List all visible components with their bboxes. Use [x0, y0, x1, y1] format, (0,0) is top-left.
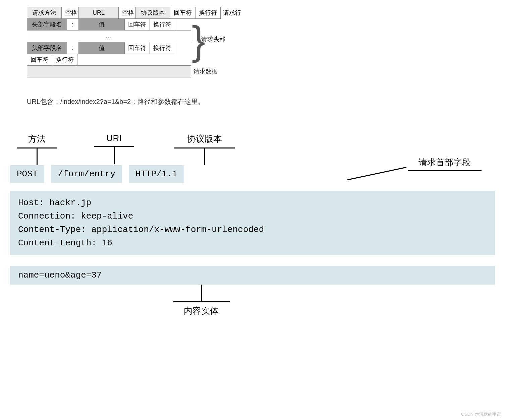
cell-lf-2: 换行符 — [150, 18, 175, 31]
cell-value-1: 值 — [78, 18, 125, 31]
cell-cr-4: 回车符 — [27, 54, 52, 66]
cell-colon-2: : — [67, 42, 79, 54]
headers-block: Host: hackr.jp Connection: keep-alive Co… — [10, 191, 495, 255]
cell-version: 协议版本 — [135, 7, 170, 19]
cell-cr-2: 回车符 — [124, 18, 150, 31]
label-uri: URI — [77, 133, 151, 143]
cell-url: URL — [78, 7, 119, 19]
label-request-header-fields: 请求首部字段 — [408, 157, 482, 168]
cell-lf-3: 换行符 — [150, 42, 175, 54]
cell-space-2: 空格 — [118, 7, 136, 19]
cell-lf-4: 换行符 — [52, 54, 77, 66]
cell-header-name-1: 头部字段名 — [27, 18, 67, 31]
label-protocol-version: 协议版本 — [171, 133, 238, 145]
chip-method: POST — [10, 165, 44, 183]
label-request-headers: 请求头部 — [201, 35, 225, 43]
http-request-example: 方法 URI 协议版本 POST /form/entry HTTP/1.1 Ho… — [10, 133, 495, 317]
cell-method: 请求方法 — [27, 7, 62, 19]
callout-request-headers: 请求首部字段 — [408, 157, 482, 171]
cell-cr-1: 回车符 — [170, 7, 195, 19]
label-entity-body: 内容实体 — [151, 305, 251, 317]
body-block: name=ueno&age=37 — [10, 266, 495, 285]
label-request-line: 请求行 — [220, 7, 244, 19]
label-method: 方法 — [17, 133, 57, 145]
cell-request-body — [27, 65, 191, 77]
chip-uri: /form/entry — [51, 165, 122, 183]
cell-cr-3: 回车符 — [124, 42, 150, 54]
cell-colon-1: : — [67, 18, 79, 31]
url-note: URL包含：/index/index2?a=1&b=2；路径和参数都在这里。 — [27, 97, 495, 106]
cell-space-1: 空格 — [61, 7, 79, 19]
cell-ellipsis: … — [27, 30, 191, 42]
cell-value-2: 值 — [78, 42, 125, 54]
label-request-body: 请求数据 — [191, 65, 220, 77]
cell-lf-1: 换行符 — [195, 7, 221, 19]
http-request-structure-diagram: 请求方法 空格 URL 空格 协议版本 回车符 换行符 请求行 头部字段名 : … — [27, 7, 495, 77]
cell-header-name-2: 头部字段名 — [27, 42, 67, 54]
chip-version: HTTP/1.1 — [129, 165, 184, 183]
entity-marker: 内容实体 — [151, 285, 251, 317]
